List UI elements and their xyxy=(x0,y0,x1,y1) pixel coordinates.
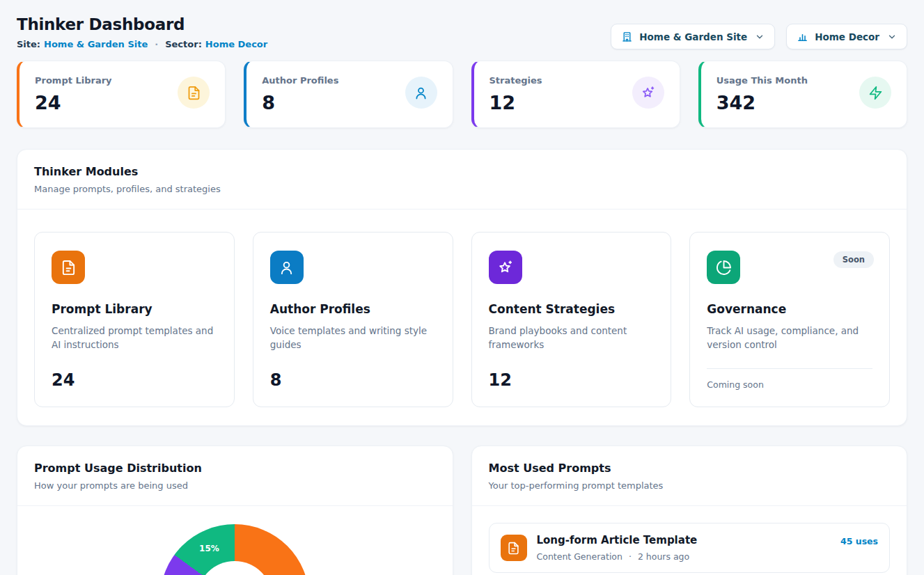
module-description: Centralized prompt templates and AI inst… xyxy=(52,324,217,352)
stat-card-author-profiles: Author Profiles 8 xyxy=(244,61,453,128)
header-selectors: Home & Garden Site Home Decor xyxy=(611,24,907,49)
chevron-down-icon xyxy=(755,32,765,42)
usage-card-header: Prompt Usage Distribution How your promp… xyxy=(17,446,453,506)
prompt-title: Long-form Article Template xyxy=(537,534,831,546)
most-used-prompts-card: Most Used Prompts Your top-performing pr… xyxy=(471,446,908,575)
stat-card-strategies: Strategies 12 xyxy=(471,61,680,128)
stats-row: Prompt Library 24 Author Profiles 8 Stra… xyxy=(17,61,907,128)
module-count: 12 xyxy=(489,356,655,390)
breadcrumb-separator: · xyxy=(155,39,158,49)
stat-card-usage: Usage This Month 342 xyxy=(698,61,907,128)
modules-grid: Prompt Library Centralized prompt templa… xyxy=(17,210,907,425)
module-count: 24 xyxy=(52,356,217,390)
stat-value: 8 xyxy=(262,92,338,113)
building-icon xyxy=(621,31,633,42)
sector-label: Sector: xyxy=(165,39,202,49)
uses-badge: 45 uses xyxy=(840,536,878,546)
bar-chart-icon xyxy=(797,31,808,42)
module-count: 8 xyxy=(270,356,436,390)
section-title: Most Used Prompts xyxy=(489,462,891,475)
section-subtitle: Your top-performing prompt templates xyxy=(489,480,891,491)
modules-section-header: Thinker Modules Manage prompts, profiles… xyxy=(17,150,907,210)
document-icon xyxy=(52,251,85,284)
sparkle-star-icon xyxy=(632,77,664,109)
page-title: Thinker Dashboard xyxy=(17,15,267,33)
module-card-governance[interactable]: Soon Governance Track AI usage, complian… xyxy=(689,232,890,407)
sector-link[interactable]: Home Decor xyxy=(205,39,267,49)
stat-label: Prompt Library xyxy=(35,75,112,86)
module-title: Author Profiles xyxy=(270,302,436,316)
bottom-row: Prompt Usage Distribution How your promp… xyxy=(17,446,907,575)
module-title: Governance xyxy=(707,302,872,316)
document-icon xyxy=(501,535,527,561)
module-description: Voice templates and writing style guides xyxy=(270,324,436,352)
stat-label: Usage This Month xyxy=(717,75,808,86)
site-link[interactable]: Home & Garden Site xyxy=(44,39,148,49)
module-description: Track AI usage, compliance, and version … xyxy=(707,324,872,352)
divider xyxy=(707,368,872,369)
module-title: Prompt Library xyxy=(52,302,217,316)
module-footer: Coming soon xyxy=(707,368,872,390)
sector-selector-label: Home Decor xyxy=(815,31,879,42)
donut-segment-label: 15% xyxy=(199,544,219,553)
section-title: Prompt Usage Distribution xyxy=(34,462,436,475)
sector-selector-button[interactable]: Home Decor xyxy=(786,24,907,49)
site-selector-button[interactable]: Home & Garden Site xyxy=(611,24,775,49)
section-title: Thinker Modules xyxy=(34,165,890,178)
person-icon xyxy=(270,251,304,284)
chevron-down-icon xyxy=(887,32,897,42)
section-subtitle: Manage prompts, profiles, and strategies xyxy=(34,184,890,194)
breadcrumb: Site: Home & Garden Site · Sector: Home … xyxy=(17,39,267,49)
stat-label: Author Profiles xyxy=(262,75,338,86)
stat-value: 24 xyxy=(35,92,112,113)
module-card-prompt-library[interactable]: Prompt Library Centralized prompt templa… xyxy=(34,232,235,407)
soon-badge: Soon xyxy=(833,251,874,268)
stat-value: 12 xyxy=(490,92,542,113)
module-card-content-strategies[interactable]: Content Strategies Brand playbooks and c… xyxy=(471,232,672,407)
sparkle-star-icon xyxy=(489,251,522,284)
stat-card-prompt-library: Prompt Library 24 xyxy=(17,61,226,128)
prompts-card-header: Most Used Prompts Your top-performing pr… xyxy=(472,446,907,506)
site-label: Site: xyxy=(17,39,40,49)
header-left: Thinker Dashboard Site: Home & Garden Si… xyxy=(17,15,267,49)
prompt-meta: Content Generation · 2 hours ago xyxy=(537,551,831,562)
stat-value: 342 xyxy=(717,92,808,113)
section-subtitle: How your prompts are being used xyxy=(34,480,436,491)
header: Thinker Dashboard Site: Home & Garden Si… xyxy=(17,15,907,49)
prompt-usage-card: Prompt Usage Distribution How your promp… xyxy=(17,446,453,575)
prompt-category: Content Generation xyxy=(537,551,622,562)
thinker-dashboard-page: { "header": { "title": "Thinker Dashboar… xyxy=(0,0,924,575)
prompt-time: 2 hours ago xyxy=(638,551,689,562)
donut-chart-wrap: 15% xyxy=(160,524,309,575)
meta-separator: · xyxy=(629,551,632,562)
module-description: Brand playbooks and content frameworks xyxy=(489,324,655,352)
thinker-modules-section: Thinker Modules Manage prompts, profiles… xyxy=(17,149,907,426)
prompts-list: Long-form Article Template Content Gener… xyxy=(472,506,907,575)
person-icon xyxy=(405,77,437,109)
pie-chart-icon xyxy=(707,251,740,284)
module-title: Content Strategies xyxy=(489,302,655,316)
prompt-list-item[interactable]: Long-form Article Template Content Gener… xyxy=(489,523,891,573)
document-icon xyxy=(178,77,210,109)
site-selector-label: Home & Garden Site xyxy=(639,31,747,42)
coming-soon-text: Coming soon xyxy=(707,379,872,390)
lightning-icon xyxy=(859,77,891,109)
stat-label: Strategies xyxy=(490,75,542,86)
module-card-author-profiles[interactable]: Author Profiles Voice templates and writ… xyxy=(253,232,453,407)
